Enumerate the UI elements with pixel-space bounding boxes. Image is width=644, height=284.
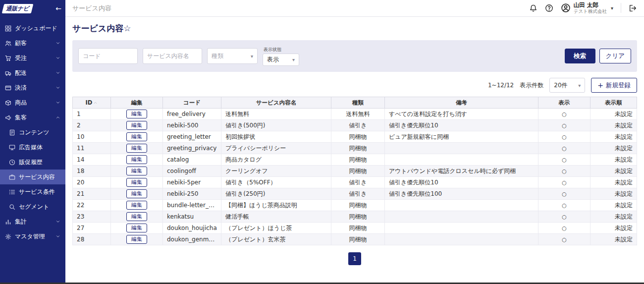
per-page-select[interactable]: 20件 ▾: [549, 78, 585, 93]
sidebar-item-promo-history[interactable]: 販促履歴: [0, 155, 65, 170]
col-header-name: サービス内容名: [221, 97, 331, 109]
sidebar-item-marketing[interactable]: 集客: [0, 110, 65, 125]
sidebar-item-master[interactable]: マスタ管理: [0, 229, 65, 244]
per-page-value: 20件: [554, 81, 567, 90]
briefcase-icon: [9, 174, 15, 180]
chevron-down-icon: ▾: [292, 57, 295, 62]
chevron-down-icon: ▾: [611, 5, 613, 11]
cell-type: 同梱物: [331, 234, 385, 245]
cell-edit: 編集: [111, 154, 163, 166]
sidebar-item-label: サービス条件: [19, 188, 55, 196]
code-input[interactable]: [78, 48, 138, 64]
cell-note: 値引き優先順位10: [385, 120, 538, 131]
sidebar-item-customers[interactable]: 顧客: [0, 36, 65, 51]
cell-note: ピュア新規顧客に同梱: [385, 131, 538, 143]
chevron-up-icon: [55, 115, 60, 120]
sidebar-item-orders[interactable]: 受注: [0, 51, 65, 65]
logout-icon[interactable]: [629, 4, 637, 12]
edit-button[interactable]: 編集: [126, 167, 147, 175]
cell-edit: 編集: [111, 234, 163, 245]
new-entry-button[interactable]: + 新規登録: [591, 78, 637, 93]
table-body: 1編集free_delivery送料無料送料無料すべての送料設定を打ち消す○未設…: [73, 109, 637, 245]
edit-button[interactable]: 編集: [126, 201, 147, 210]
edit-button[interactable]: 編集: [126, 189, 147, 198]
cell-name: 値引き(250円): [221, 188, 331, 200]
table-header: ID 編集 コード サービス内容名 種類 備考 表示 表示順: [73, 97, 637, 109]
result-range: 1~12/12: [488, 82, 514, 89]
bell-icon[interactable]: [529, 4, 537, 12]
edit-button[interactable]: 編集: [126, 132, 147, 141]
table-row: 22編集bundle-letter_RGT【同梱】ほうじ茶商品説明同梱物○未設定: [73, 200, 637, 211]
app-logo[interactable]: 通販ナビ: [2, 4, 33, 13]
sidebar-item-segment[interactable]: セグメント: [0, 199, 65, 214]
cell-code: kenkatsu: [163, 211, 221, 223]
sidebar-item-label: 集計: [15, 218, 27, 226]
cell-visible: ○: [538, 143, 590, 154]
user-menu[interactable]: 山田 太郎 テスト株式会社 ▾: [561, 2, 613, 14]
sidebar-collapse-icon[interactable]: ←: [55, 5, 61, 12]
cell-code: doukon_houjicha: [163, 223, 221, 234]
cell-order: 未設定: [590, 177, 637, 188]
cell-id: 18: [73, 166, 111, 177]
cell-type: 同梱物: [331, 211, 385, 223]
filter-actions: 検索 クリア: [565, 49, 631, 63]
cell-order: 未設定: [590, 223, 637, 234]
clear-button[interactable]: クリア: [599, 49, 631, 63]
cell-type: 同梱物: [331, 223, 385, 234]
edit-button[interactable]: 編集: [126, 212, 147, 221]
cell-visible: ○: [538, 200, 590, 211]
cell-id: 28: [73, 234, 111, 245]
cell-edit: 編集: [111, 143, 163, 154]
search-button[interactable]: 検索: [565, 49, 595, 63]
edit-button[interactable]: 編集: [126, 121, 147, 130]
col-header-id[interactable]: ID: [73, 97, 111, 109]
sidebar-item-ad-media[interactable]: 広告媒体: [0, 140, 65, 155]
sidebar-item-contents[interactable]: コンテンツ: [0, 125, 65, 140]
sidebar-item-dashboard[interactable]: ダッシュボード: [0, 21, 65, 36]
cell-id: 10: [73, 131, 111, 143]
sidebar-item-service-content[interactable]: サービス内容: [0, 170, 65, 184]
pagination: 1: [72, 252, 637, 265]
cell-type: 値引き: [331, 188, 385, 200]
app-window: 通販ナビ ← ダッシュボード顧客受注配送決済商品集客コンテンツ広告媒体販促履歴サ…: [0, 0, 644, 284]
cell-visible: ○: [538, 109, 590, 120]
edit-button[interactable]: 編集: [126, 235, 147, 244]
sidebar-item-products[interactable]: 商品: [0, 95, 65, 110]
cell-edit: 編集: [111, 223, 163, 234]
edit-button[interactable]: 編集: [126, 110, 147, 118]
cell-id: 2: [73, 120, 111, 131]
sidebar-item-payment[interactable]: 決済: [0, 80, 65, 95]
page-button-1[interactable]: 1: [348, 252, 361, 265]
edit-button[interactable]: 編集: [126, 224, 147, 232]
sidebar-item-label: 集客: [15, 114, 27, 122]
sidebar-item-label: マスタ管理: [15, 232, 45, 241]
sidebar-item-delivery[interactable]: 配送: [0, 65, 65, 80]
type-select[interactable]: 種類 ▾: [207, 48, 258, 64]
topbar-divider: [621, 3, 621, 13]
sidebar-item-aggregate[interactable]: 集計: [0, 214, 65, 229]
edit-button[interactable]: 編集: [126, 155, 147, 164]
sidebar-item-label: 商品: [15, 99, 27, 107]
cell-visible: ○: [538, 211, 590, 223]
col-header-edit: 編集: [111, 97, 163, 109]
chevron-down-icon: [55, 219, 60, 224]
sidebar-nav: ダッシュボード顧客受注配送決済商品集客コンテンツ広告媒体販促履歴サービス内容サー…: [0, 17, 65, 244]
status-select[interactable]: 表示 ▾: [263, 54, 299, 66]
cell-order: 未設定: [590, 131, 637, 143]
status-filter-group: 表示状態 表示 ▾: [263, 47, 299, 66]
table-row: 18編集coolingoffクーリングオフ同梱物アウトバウンドや電話クロスセル時…: [73, 166, 637, 177]
cell-code: nebiki-5per: [163, 177, 221, 188]
service-name-input[interactable]: [143, 48, 202, 64]
cell-name: 送料無料: [221, 109, 331, 120]
col-header-type: 種類: [331, 97, 385, 109]
cell-edit: 編集: [111, 177, 163, 188]
cell-type: 同梱物: [331, 143, 385, 154]
col-header-visible: 表示: [538, 97, 590, 109]
sidebar-item-service-conditions[interactable]: サービス条件: [0, 184, 65, 199]
magnifier-icon: [9, 204, 15, 210]
cell-id: 22: [73, 200, 111, 211]
table-row: 14編集catalog商品カタログ同梱物○未設定: [73, 154, 637, 166]
edit-button[interactable]: 編集: [126, 144, 147, 153]
edit-button[interactable]: 編集: [126, 178, 147, 187]
help-icon[interactable]: [545, 4, 553, 12]
